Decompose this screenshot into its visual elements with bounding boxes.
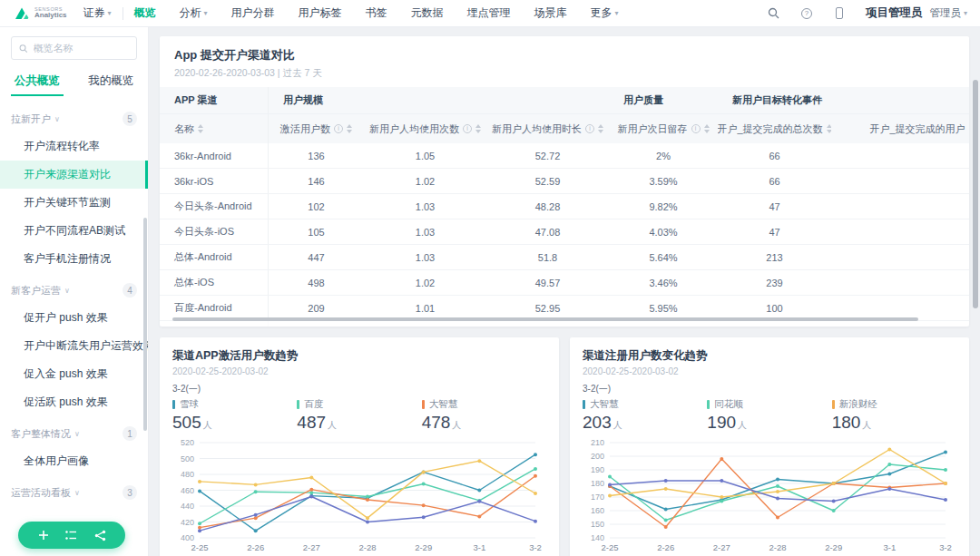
nav-item[interactable]: 用户分群	[231, 5, 275, 21]
sort-icon[interactable]	[198, 124, 203, 133]
column-header[interactable]: 开户_提交完成的总次数	[718, 122, 831, 136]
sidebar-item[interactable]: 客户手机注册情况	[0, 245, 148, 273]
sidebar-group[interactable]: 新客户运营∨4	[0, 277, 148, 304]
table-row: 总体-Android4471.0351.85.64%213	[160, 245, 969, 270]
nav-item[interactable]: 概览	[134, 5, 156, 21]
svg-text:2-29: 2-29	[415, 542, 432, 552]
svg-text:420: 420	[181, 518, 194, 527]
sort-icon[interactable]	[475, 124, 481, 133]
svg-text:2-25: 2-25	[191, 542, 208, 552]
info-icon[interactable]: i	[463, 124, 472, 133]
column-header[interactable]: 新用户次日留存i	[609, 122, 718, 136]
sidebar-item[interactable]: 会员活动	[0, 506, 148, 514]
tab-my-overview[interactable]: 我的概览	[74, 65, 149, 96]
value-cell: 5.95%	[609, 303, 718, 314]
chevron-down-icon: ▾	[108, 9, 112, 17]
channel-name-cell: 总体-iOS	[160, 270, 269, 295]
nav-item[interactable]: 场景库	[534, 5, 567, 21]
table-row: 今日头条-Android1021.0348.289.82%47	[160, 194, 969, 219]
value-cell: 66	[718, 151, 831, 161]
info-icon[interactable]: i	[334, 124, 343, 133]
sidebar-item[interactable]: 开户来源渠道对比	[0, 161, 148, 189]
sidebar-item[interactable]: 全体用户画像	[0, 447, 148, 475]
value-cell: 4.03%	[609, 227, 718, 238]
sidebar-group[interactable]: 客户整体情况∨1	[0, 420, 148, 447]
nav-item[interactable]: 书签	[366, 5, 387, 21]
value-cell: 52.95	[486, 303, 609, 314]
overview-search[interactable]	[11, 36, 137, 60]
channel-name-cell: 36kr-iOS	[160, 169, 269, 193]
svg-text:3-1: 3-1	[473, 542, 485, 552]
sidebar-action-bar	[18, 522, 125, 549]
nav-item[interactable]: 元数据	[411, 5, 444, 21]
svg-text:2-27: 2-27	[303, 542, 320, 552]
column-header[interactable]: 新用户人均使用次数i	[364, 122, 486, 136]
analytics-dashboard: SENSORS Analytics 证券▾ 概览分析▾用户分群用户标签书签元数据…	[0, 0, 980, 556]
topbar-right: ? 项目管理员 管理员▾	[768, 5, 967, 21]
value-cell: 5.64%	[609, 252, 718, 263]
column-header[interactable]: 激活用户数i	[269, 122, 364, 136]
group-count-badge: 3	[122, 485, 137, 500]
column-header[interactable]: 新用户人均使用时长i	[486, 122, 609, 136]
svg-text:170: 170	[591, 493, 604, 502]
sidebar-item[interactable]: 促入金 push 效果	[0, 360, 148, 388]
sort-icon[interactable]	[347, 124, 352, 133]
main-content: App 提交开户渠道对比 2020-02-26-2020-03-03 | 过去 …	[149, 27, 980, 556]
column-header[interactable]: 名称	[160, 114, 269, 143]
card-title: App 提交开户渠道对比	[174, 47, 955, 63]
sort-icon[interactable]	[598, 124, 603, 133]
svg-text:2-26: 2-26	[657, 542, 674, 552]
value-cell: 3.59%	[609, 176, 718, 187]
value-cell: 2%	[609, 151, 718, 161]
sidebar-group[interactable]: 拉新开户∨5	[0, 105, 148, 132]
role-menu[interactable]: 管理员▾	[929, 6, 967, 20]
tab-public-overview[interactable]: 公共概览	[0, 65, 74, 96]
sidebar-item[interactable]: 开户关键环节监测	[0, 189, 148, 217]
table-row: 百度-iOS1421.0249.63.1%104	[160, 321, 969, 327]
nav-item[interactable]: 分析▾	[180, 5, 208, 21]
sidebar-item[interactable]: 促开户 push 效果	[0, 304, 148, 332]
sidebar-item[interactable]: 开户中断流失用户运营效果	[0, 332, 148, 360]
project-switcher[interactable]: 证券▾	[83, 5, 112, 21]
column-header[interactable]: 开户_提交完成的用户	[831, 122, 969, 136]
search-input[interactable]	[34, 43, 129, 54]
value-cell: 1.01	[364, 303, 486, 314]
chart-focus-date: 3-2(一)	[583, 383, 956, 395]
divider	[122, 7, 123, 20]
brand-logo[interactable]: SENSORS Analytics	[13, 5, 67, 22]
value-cell: 1.02	[364, 176, 486, 187]
nav-item[interactable]: 用户标签	[299, 5, 342, 21]
stat-color-bar	[583, 400, 585, 409]
share-button[interactable]	[91, 526, 109, 544]
table-row: 36kr-Android1361.0552.722%66	[160, 143, 969, 169]
stat-color-bar	[707, 400, 710, 409]
list-button[interactable]	[63, 526, 81, 544]
group-count-badge: 1	[122, 426, 137, 441]
nav-item[interactable]: 更多▾	[591, 5, 619, 21]
value-cell: 209	[269, 303, 364, 314]
page-scrollbar[interactable]	[973, 80, 978, 308]
line-chart: 4004204404604805005202-252-262-272-282-2…	[172, 438, 546, 554]
sidebar-group[interactable]: 运营活动看板∨3	[0, 479, 148, 506]
sidebar-item[interactable]: 开户不同流程AB测试	[0, 217, 148, 245]
sidebar-item[interactable]: 促活跃 push 效果	[0, 388, 148, 416]
chevron-down-icon: ▾	[615, 9, 619, 17]
nav-item[interactable]: 埋点管理	[467, 5, 511, 21]
search-icon[interactable]	[768, 7, 780, 20]
value-cell: 47	[718, 227, 831, 238]
add-button[interactable]	[34, 526, 53, 544]
card-header: App 提交开户渠道对比 2020-02-26-2020-03-03 | 过去 …	[160, 36, 969, 87]
table-horizontal-scrollbar[interactable]	[172, 317, 918, 321]
sidebar-item[interactable]: 开户流程转化率	[0, 132, 148, 161]
help-icon[interactable]: ?	[800, 7, 813, 20]
svg-text:160: 160	[591, 506, 604, 515]
stat-block: 大智慧203人	[583, 398, 707, 433]
sidebar-scrollbar[interactable]	[143, 218, 147, 431]
info-icon[interactable]: i	[691, 124, 701, 133]
table-row: 总体-iOS4981.0249.573.46%239	[160, 270, 969, 296]
info-icon[interactable]: i	[585, 124, 594, 133]
svg-text:2-25: 2-25	[601, 542, 618, 552]
sort-icon[interactable]	[704, 124, 710, 133]
group-count-badge: 5	[122, 112, 137, 126]
mobile-icon[interactable]	[833, 7, 846, 20]
